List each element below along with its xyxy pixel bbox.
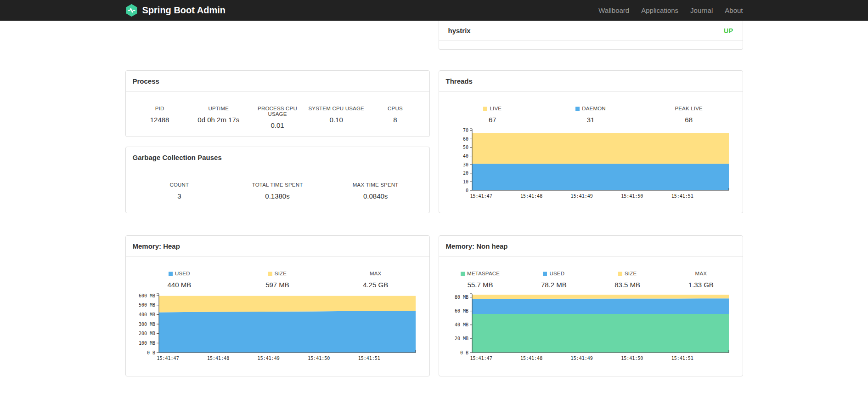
- process-panel: Process PID 12488 UPTIME 0d 0h 2m 17s PR…: [125, 70, 430, 137]
- legend-value: 78.2 MB: [541, 281, 567, 289]
- gc-panel-title: Garbage Collection Pauses: [126, 147, 429, 168]
- metric-label: PROCESS CPU USAGE: [248, 106, 307, 117]
- metric-label: MAX TIME SPENT: [327, 182, 425, 188]
- metric-cpus: CPUS 8: [366, 106, 424, 129]
- legend-label: METASPACE: [461, 271, 500, 276]
- legend-value: 1.33 GB: [688, 281, 714, 289]
- svg-text:60 MB: 60 MB: [454, 308, 468, 313]
- svg-text:15:41:47: 15:41:47: [157, 356, 179, 361]
- svg-text:0 B: 0 B: [147, 350, 155, 355]
- svg-text:15:41:48: 15:41:48: [207, 356, 229, 361]
- process-metrics: PID 12488 UPTIME 0d 0h 2m 17s PROCESS CP…: [126, 92, 429, 129]
- metric-label: PID: [130, 106, 189, 111]
- legend-value: 68: [685, 116, 693, 124]
- legend-value: 597 MB: [265, 281, 289, 289]
- svg-text:15:41:49: 15:41:49: [570, 356, 592, 361]
- threads-panel: Threads LIVE 67 DAEMON 3: [439, 70, 743, 213]
- legend-label: USED: [169, 271, 190, 276]
- legend-label: LIVE: [483, 106, 502, 111]
- used-swatch-icon: [169, 272, 173, 276]
- svg-text:80 MB: 80 MB: [454, 295, 468, 300]
- svg-text:15:41:50: 15:41:50: [308, 356, 330, 361]
- legend-label: MAX: [695, 271, 707, 276]
- metric-value: 0d 0h 2m 17s: [189, 116, 248, 124]
- brand[interactable]: Spring Boot Admin: [125, 4, 225, 17]
- memory-heap-panel-title: Memory: Heap: [126, 236, 429, 257]
- metric-value: 3: [130, 192, 229, 200]
- legend-label: MAX: [370, 271, 382, 276]
- svg-text:300 MB: 300 MB: [138, 322, 155, 327]
- svg-text:15:41:51: 15:41:51: [671, 194, 693, 199]
- legend-item-max: MAX 1.33 GB: [664, 271, 738, 289]
- row-middle: Process PID 12488 UPTIME 0d 0h 2m 17s PR…: [125, 70, 743, 213]
- metric-process-cpu-usage: PROCESS CPU USAGE 0.01: [248, 106, 307, 129]
- svg-text:40: 40: [462, 154, 468, 159]
- row-bottom: Memory: Heap USED 440 MB SIZE: [125, 235, 743, 376]
- svg-text:0 B: 0 B: [460, 350, 468, 355]
- row-top: hystrix UP: [125, 21, 743, 50]
- svg-text:70: 70: [462, 128, 468, 133]
- size-swatch-icon: [618, 272, 622, 276]
- legend-value: 55.7 MB: [468, 281, 493, 289]
- daemon-swatch-icon: [575, 107, 580, 111]
- nav-item-applications[interactable]: Applications: [641, 6, 678, 14]
- navbar: Spring Boot Admin Wallboard Applications…: [0, 0, 868, 21]
- application-status-badge: UP: [724, 27, 733, 34]
- threads-legend: LIVE 67 DAEMON 31 PEAK: [439, 92, 743, 124]
- svg-text:15:41:51: 15:41:51: [671, 356, 693, 361]
- legend-label: PEAK LIVE: [675, 106, 703, 111]
- memory-heap-panel: Memory: Heap USED 440 MB SIZE: [125, 235, 430, 376]
- svg-text:0: 0: [465, 188, 468, 193]
- legend-label: SIZE: [268, 271, 287, 276]
- navbar-inner: Spring Boot Admin Wallboard Applications…: [125, 0, 743, 21]
- gc-pauses-panel: Garbage Collection Pauses COUNT 3 TOTAL …: [125, 147, 430, 213]
- nav-links: Wallboard Applications Journal About: [598, 6, 743, 14]
- memory-heap-chart: 0 B100 MB200 MB300 MB400 MB500 MB600 MB1…: [135, 291, 417, 362]
- nav-item-about[interactable]: About: [725, 6, 743, 14]
- main-content: hystrix UP Process PID 12488 UPTIME 0d 0…: [125, 21, 743, 376]
- col-middle-right: Threads LIVE 67 DAEMON 3: [439, 70, 743, 213]
- svg-text:30: 30: [462, 162, 468, 167]
- legend-value: 440 MB: [167, 281, 191, 289]
- svg-text:15:41:50: 15:41:50: [621, 356, 643, 361]
- memory-nonheap-panel: Memory: Non heap METASPACE 55.7 MB USED: [439, 235, 743, 376]
- used-swatch-icon: [543, 272, 547, 276]
- legend-item-live: LIVE 67: [444, 106, 542, 124]
- size-swatch-icon: [268, 272, 272, 276]
- svg-text:15:41:49: 15:41:49: [257, 356, 279, 361]
- legend-item-used: USED 440 MB: [130, 271, 229, 289]
- svg-text:15:41:48: 15:41:48: [520, 356, 542, 361]
- nav-item-journal[interactable]: Journal: [690, 6, 713, 14]
- metric-value: 8: [366, 116, 424, 124]
- svg-text:15:41:47: 15:41:47: [470, 356, 492, 361]
- memory-heap-legend: USED 440 MB SIZE 597 MB: [126, 257, 429, 289]
- col-top-left: [125, 21, 430, 50]
- application-row-hystrix[interactable]: hystrix UP: [439, 21, 743, 40]
- col-bottom-right: Memory: Non heap METASPACE 55.7 MB USED: [439, 235, 743, 376]
- svg-text:15:41:51: 15:41:51: [358, 356, 380, 361]
- col-middle-left: Process PID 12488 UPTIME 0d 0h 2m 17s PR…: [125, 70, 430, 213]
- svg-text:40 MB: 40 MB: [454, 322, 468, 327]
- metaspace-swatch-icon: [461, 272, 465, 276]
- legend-item-size: SIZE 83.5 MB: [591, 271, 664, 289]
- live-swatch-icon: [483, 107, 487, 111]
- svg-text:500 MB: 500 MB: [138, 302, 155, 308]
- legend-label: SIZE: [618, 271, 637, 276]
- legend-item-peak-live: PEAK LIVE 68: [640, 106, 738, 124]
- svg-text:60: 60: [462, 137, 468, 142]
- svg-text:15:41:50: 15:41:50: [621, 194, 643, 199]
- nav-item-wallboard[interactable]: Wallboard: [598, 6, 629, 14]
- metric-value: 0.10: [307, 116, 366, 124]
- process-panel-title: Process: [126, 71, 429, 92]
- metric-gc-total-time: TOTAL TIME SPENT 0.1380s: [228, 182, 327, 200]
- metric-gc-count: COUNT 3: [130, 182, 229, 200]
- svg-text:400 MB: 400 MB: [138, 312, 155, 317]
- memory-nonheap-legend: METASPACE 55.7 MB USED 78.2 MB: [439, 257, 743, 289]
- svg-text:15:41:49: 15:41:49: [570, 194, 592, 199]
- legend-item-used: USED 78.2 MB: [517, 271, 591, 289]
- svg-text:200 MB: 200 MB: [138, 331, 155, 336]
- brand-title: Spring Boot Admin: [142, 5, 225, 16]
- metric-value: 0.1380s: [228, 192, 327, 200]
- metric-pid: PID 12488: [130, 106, 189, 129]
- legend-item-metaspace: METASPACE 55.7 MB: [444, 271, 517, 289]
